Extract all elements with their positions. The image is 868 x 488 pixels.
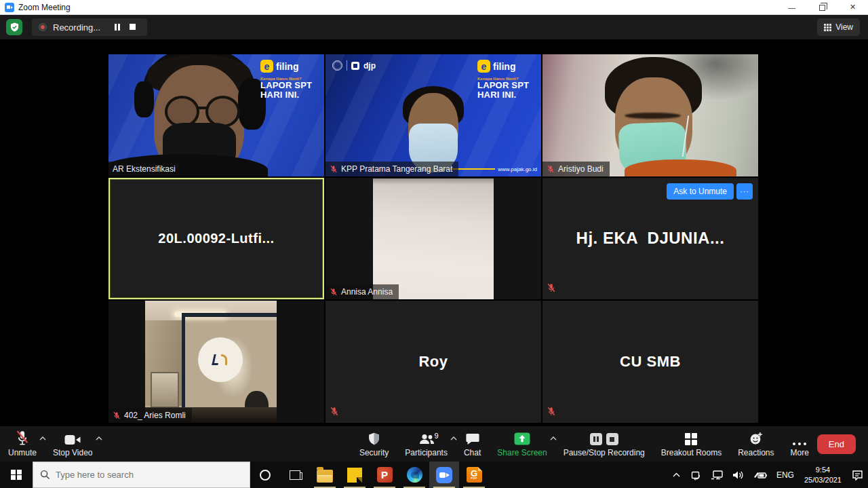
stop-recording-icon[interactable]: [606, 433, 618, 445]
system-tray: ENG 9:54 25/03/2021: [668, 462, 868, 488]
share-screen-label: Share Screen: [497, 448, 547, 457]
file-explorer-button[interactable]: [310, 462, 340, 488]
end-meeting-button[interactable]: End: [817, 434, 856, 454]
participants-button[interactable]: Participants 9: [397, 426, 456, 462]
efiling-wordmark: filing: [493, 61, 515, 72]
more-label: More: [791, 448, 809, 457]
restore-button[interactable]: [807, 0, 837, 14]
participant-name: KPP Pratama Tangerang Barat: [341, 164, 452, 174]
breakout-rooms-button[interactable]: Breakout Rooms: [653, 426, 730, 462]
participants-icon: [418, 430, 435, 445]
video-tile-eka[interactable]: Ask to Unmute ··· Hj. EKA DJUNIA...: [542, 178, 758, 300]
video-tile-annisa[interactable]: Annisa Annisa: [326, 178, 541, 300]
stop-video-button[interactable]: Stop Video: [45, 426, 101, 462]
view-grid-icon: [824, 24, 831, 31]
efiling-logo-icon: e: [477, 60, 490, 73]
participant-name-label: KPP Pratama Tangerang Barat: [326, 162, 458, 176]
stop-recording-button[interactable]: [130, 24, 136, 31]
divider: [347, 60, 347, 71]
campaign-line: HARI INI.: [260, 90, 319, 100]
participant-name: Annisa Annisa: [341, 287, 393, 297]
recording-label: Recording...: [53, 22, 100, 33]
participant-name-label: AR Ekstensifikasi: [108, 162, 182, 176]
powerpoint-icon: P: [377, 467, 393, 483]
meeting-topbar: Recording... View: [0, 15, 868, 39]
camera-icon: [64, 430, 81, 445]
more-button[interactable]: More: [783, 426, 817, 462]
mic-muted-icon: [16, 430, 29, 445]
taskbar-search[interactable]: [33, 462, 250, 488]
glasses-bridge: [197, 107, 208, 109]
portrait-video: [373, 179, 494, 299]
efiling-logo-icon: e: [260, 60, 273, 73]
video-tile-aristiyo-budi[interactable]: Aristiyo Budi: [542, 54, 758, 176]
video-gallery: e filing Kenapa Harus Nanti? LAPOR SPT H…: [0, 39, 868, 426]
video-tile-kpp-pratama[interactable]: djp e filing Kenapa Harus Nanti? LAPOR S…: [326, 54, 541, 176]
share-screen-button[interactable]: Share Screen: [489, 426, 555, 462]
sticky-notes-button[interactable]: [340, 462, 370, 488]
video-tile-cu-smb[interactable]: CU SMB: [542, 301, 758, 423]
zoom-app-icon: [5, 3, 14, 12]
volume-tray-icon[interactable]: [728, 462, 749, 488]
network-tray-icon[interactable]: [706, 462, 728, 488]
video-tile-aries-romli[interactable]: 402_ Aries Romli: [108, 301, 324, 423]
cortana-button[interactable]: [250, 462, 280, 488]
battery-pen-tray-icon[interactable]: [749, 462, 772, 488]
search-input[interactable]: [56, 470, 225, 480]
windows-taskbar: P GPDF ENG 9:54 25/03/2: [0, 462, 868, 488]
pdf-app-button[interactable]: GPDF: [459, 462, 489, 488]
stop-video-label: Stop Video: [53, 448, 93, 457]
screen-recorder-tray-icon[interactable]: [685, 462, 706, 488]
shield-icon: [368, 430, 380, 445]
security-button[interactable]: Security: [351, 426, 397, 462]
sticky-notes-icon: [347, 468, 362, 483]
view-button[interactable]: View: [817, 18, 860, 36]
pause-stop-recording-button[interactable]: Pause/Stop Recording: [555, 426, 653, 462]
reactions-button[interactable]: Reactions: [730, 426, 782, 462]
taskbar-clock[interactable]: 9:54 25/03/2021: [799, 462, 847, 488]
clock-time: 9:54: [804, 465, 842, 475]
task-view-button[interactable]: [280, 462, 310, 488]
unmute-button[interactable]: Unmute: [0, 426, 45, 462]
pdf-app-icon: GPDF: [467, 467, 482, 483]
pause-recording-icon[interactable]: [590, 433, 602, 445]
djp-logo-icon: [351, 62, 359, 70]
participants-count: 9: [435, 432, 439, 440]
windows-logo-icon: [11, 470, 22, 481]
participant-display-name: Roy: [326, 301, 541, 423]
djp-wordmark: djp: [363, 61, 376, 71]
participant-name-label: Aristiyo Budi: [542, 162, 610, 176]
close-button[interactable]: ✕: [837, 0, 868, 14]
edge-button[interactable]: [399, 462, 429, 488]
meeting-info-shield-icon[interactable]: [6, 19, 22, 35]
video-tile-lutfi-active-speaker[interactable]: 20L.00092-Lutfi...: [108, 178, 324, 300]
participant-name-label: 402_ Aries Romli: [108, 408, 192, 423]
zoom-taskbar-button[interactable]: [429, 462, 459, 488]
participants-label: Participants: [405, 448, 448, 457]
breakout-rooms-icon: [685, 433, 697, 445]
video-tile-roy[interactable]: Roy: [326, 301, 541, 423]
pause-recording-button[interactable]: [115, 24, 120, 31]
cortana-icon: [260, 470, 271, 481]
video-tile-ar-ekstensifikasi[interactable]: e filing Kenapa Harus Nanti? LAPOR SPT H…: [108, 54, 324, 176]
muted-mic-icon: [330, 407, 339, 419]
participant-display-name: CU SMB: [542, 301, 758, 423]
participant-name: 402_ Aries Romli: [124, 411, 186, 420]
video-options-chevron[interactable]: [96, 433, 102, 443]
powerpoint-button[interactable]: P: [370, 462, 399, 488]
chat-button[interactable]: Chat: [456, 426, 489, 462]
efiling-wordmark: filing: [276, 61, 298, 72]
muted-mic-icon: [113, 411, 121, 419]
chat-bubble-icon: [466, 430, 479, 445]
website-url: www.pajak.go.id: [498, 166, 537, 172]
unmute-label: Unmute: [8, 448, 37, 457]
action-center-button[interactable]: [847, 462, 868, 488]
share-screen-icon: [514, 430, 530, 445]
clock-date: 25/03/2021: [804, 475, 842, 485]
task-view-icon: [290, 470, 300, 480]
language-indicator[interactable]: ENG: [772, 462, 799, 488]
campaign-line: HARI INI.: [477, 90, 536, 100]
start-button[interactable]: [0, 462, 33, 488]
show-hidden-icons-button[interactable]: [668, 462, 685, 488]
minimize-button[interactable]: —: [776, 0, 807, 14]
